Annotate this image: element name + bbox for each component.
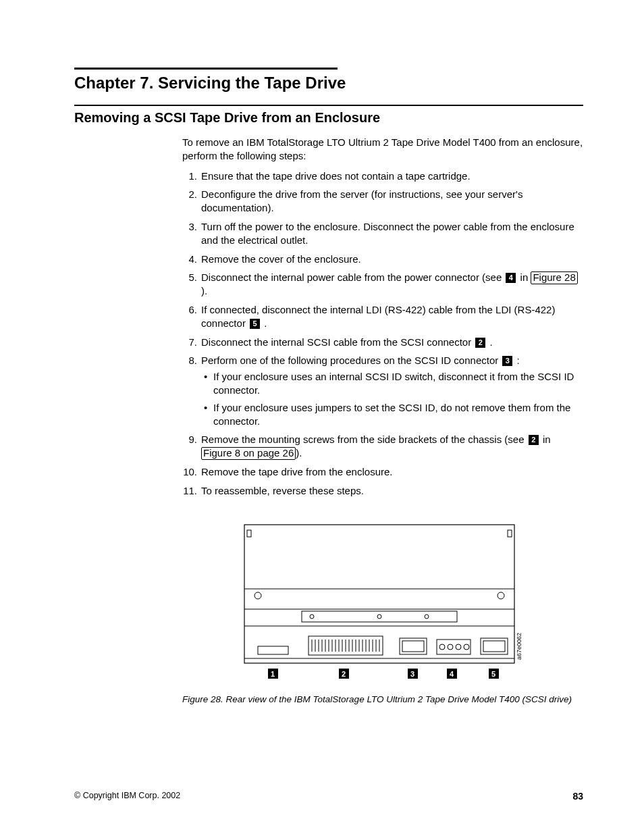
step-text: Remove the cover of the enclosure.	[201, 253, 361, 265]
step-text: Turn off the power to the enclosure. Dis…	[201, 221, 574, 246]
substep-list: If your enclosure uses an internal SCSI …	[201, 370, 583, 427]
step-text: Remove the mounting screws from the side…	[201, 434, 527, 445]
svg-rect-43	[483, 641, 505, 652]
step-list: Ensure that the tape drive does not cont…	[182, 170, 583, 498]
svg-rect-7	[302, 611, 457, 622]
svg-point-9	[377, 615, 381, 619]
step-text: Disconnect the internal SCSI cable from …	[201, 336, 474, 348]
figure-28-link[interactable]: Figure 28	[531, 271, 577, 284]
intro-paragraph: To remove an IBM TotalStorage LTO Ultriu…	[182, 136, 583, 163]
step-text: Ensure that the tape drive does not cont…	[201, 170, 471, 182]
svg-rect-37	[437, 640, 471, 654]
step-2: Deconfigure the drive from the server (f…	[182, 188, 583, 215]
step-10: Remove the tape drive from the enclosure…	[182, 465, 583, 479]
step-11: To reassemble, reverse these steps.	[182, 484, 583, 498]
step-3: Turn off the power to the enclosure. Dis…	[182, 220, 583, 247]
svg-point-38	[439, 644, 445, 650]
diagram-callout-4: 4	[450, 670, 454, 678]
step-text: :	[514, 355, 519, 366]
step-7: Disconnect the internal SCSI cable from …	[182, 336, 583, 349]
substep-text: If your enclosure uses an internal SCSI …	[213, 371, 574, 396]
step-text: To reassemble, reverse these steps.	[201, 485, 364, 496]
step-text: Disconnect the internal power cable from…	[201, 271, 504, 283]
step-6: If connected, disconnect the internal LD…	[182, 303, 583, 330]
svg-rect-12	[258, 646, 288, 654]
step-text: Perform one of the following procedures …	[201, 355, 501, 366]
figure-reference-code: a67e0062	[516, 632, 522, 659]
step-text: Remove the tape drive from the enclosure…	[201, 466, 392, 477]
section-title: Removing a SCSI Tape Drive from an Enclo…	[74, 110, 583, 126]
step-1: Ensure that the tape drive does not cont…	[182, 170, 583, 183]
step-text: in	[540, 434, 551, 445]
svg-point-10	[425, 615, 429, 619]
substep-2: If your enclosure uses jumpers to set th…	[201, 401, 583, 428]
page-number: 83	[572, 791, 583, 802]
step-text: .	[261, 317, 267, 329]
callout-4-icon: 4	[506, 273, 516, 283]
tape-drive-rear-diagram: 1 2 3 4 5 a67e0062	[238, 518, 528, 687]
substep-text: If your enclosure uses jumpers to set th…	[213, 402, 570, 427]
step-text: ).	[201, 285, 207, 296]
diagram-callout-2: 2	[342, 670, 346, 678]
page-footer: © Copyright IBM Corp. 2002 83	[74, 791, 583, 802]
body-content: To remove an IBM TotalStorage LTO Ultriu…	[182, 136, 583, 705]
section-rule	[74, 105, 583, 106]
step-9: Remove the mounting screws from the side…	[182, 433, 583, 460]
step-8: Perform one of the following procedures …	[182, 354, 583, 427]
callout-3-icon: 3	[502, 356, 512, 366]
callout-2-icon: 2	[475, 338, 485, 348]
step-text: .	[487, 336, 492, 348]
svg-point-5	[498, 592, 504, 599]
figure-8-link[interactable]: Figure 8 on page 26	[201, 447, 296, 460]
step-text: in	[517, 271, 531, 283]
callout-5-icon: 5	[250, 319, 260, 329]
svg-rect-36	[402, 641, 424, 652]
copyright-text: © Copyright IBM Corp. 2002	[74, 791, 180, 800]
svg-point-41	[464, 644, 469, 650]
document-page: Chapter 7. Servicing the Tape Drive Remo…	[0, 0, 644, 834]
step-text: Deconfigure the drive from the server (f…	[201, 188, 522, 213]
step-text: ).	[296, 447, 302, 459]
chapter-rule	[74, 68, 338, 70]
figure-28: 1 2 3 4 5 a67e0062 Figure 28. Rear view …	[182, 518, 583, 706]
svg-point-39	[448, 644, 453, 650]
svg-rect-2	[508, 530, 512, 537]
svg-point-4	[254, 592, 261, 599]
step-5: Disconnect the internal power cable from…	[182, 271, 583, 298]
diagram-callout-3: 3	[410, 670, 414, 678]
svg-point-8	[310, 615, 314, 619]
diagram-callout-1: 1	[271, 670, 275, 678]
step-4: Remove the cover of the enclosure.	[182, 253, 583, 266]
substep-1: If your enclosure uses an internal SCSI …	[201, 370, 583, 397]
callout-2-icon: 2	[529, 435, 539, 445]
svg-rect-1	[247, 530, 251, 537]
svg-point-40	[456, 644, 461, 650]
figure-caption: Figure 28. Rear view of the IBM TotalSto…	[182, 694, 583, 706]
diagram-callout-5: 5	[491, 670, 495, 678]
chapter-title: Chapter 7. Servicing the Tape Drive	[74, 74, 583, 93]
